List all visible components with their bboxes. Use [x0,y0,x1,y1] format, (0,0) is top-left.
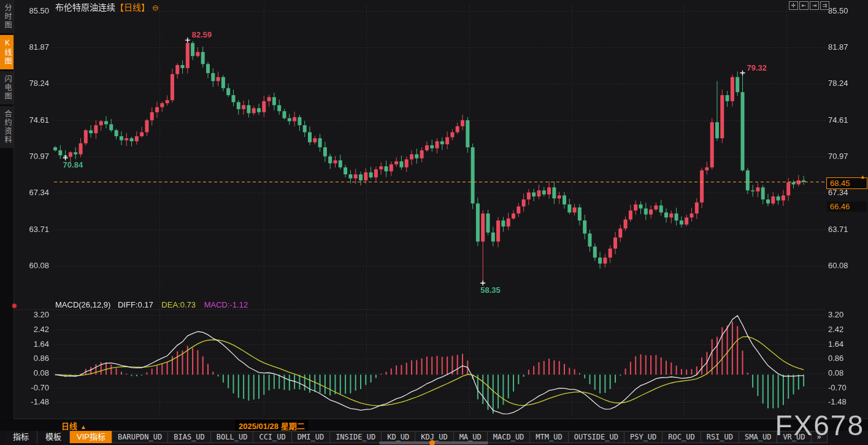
price-arrow-icon: ▲ [860,174,866,180]
chart-canvas[interactable] [0,0,868,445]
price-axis-label: 74.61 [828,115,848,125]
toolbar-tab-模板[interactable]: 模板 [37,431,70,443]
indicator-button-sma_ud[interactable]: SMA_UD [739,431,777,443]
price-axis-label: 67.34 [828,188,848,197]
trading-app: 分时图K线图闪电图合约资料 布伦特原油连续【日线】⊖ ✛⇤⇥⇉ 85.5081.… [0,0,868,445]
indicator-button-cci_ud[interactable]: CCI_UD [253,431,291,443]
macd-axis-label: 0.08 [828,368,843,377]
selected-date-readout: 2025/01/28 星期二 [235,420,309,431]
chart-title: 布伦特原油连续【日线】⊖ [55,1,159,13]
macd-axis-label: 1.64 [828,339,843,349]
price-axis-label: 60.08 [828,261,848,270]
toolbar-tab-指标[interactable]: 指标 [5,431,37,443]
period-tag: 【日线】 [115,2,150,12]
period-selector-label: 日线 [61,422,77,431]
price-axis-label: 85.50 [828,6,848,15]
price-axis-label: 81.87 [828,42,848,52]
macd-axis-label: 0.86 [828,354,843,363]
sidebar-item-tab[interactable]: 分时图 [0,0,13,33]
pane-collapse-icon[interactable]: ⇉ [820,1,829,10]
price-axis-label: 63.71 [828,225,848,234]
y-axis-scale-icon[interactable]: ⇥ [810,1,819,10]
vip-indicator-tab[interactable]: VIP指标 [70,431,112,443]
indicator-button-bias_ud[interactable]: BIAS_UD [167,431,211,443]
indicator-button-barupdn_ud[interactable]: BARUPDN_UD [112,431,168,443]
macd-title: MACD(26,12,9) [55,300,110,309]
indicator-button-rsi_ud[interactable]: RSI_UD [701,431,739,443]
crosshair-pan-icon[interactable]: ✛ [789,1,798,10]
sidebar: 分时图K线图闪电图合约资料 [0,0,14,419]
indicator-button-vr_ud[interactable]: VR_UD [777,431,811,443]
chart-toolbar-icons: ✛⇤⇥⇉ [789,1,829,10]
macd-axis-label: 3.20 [828,310,843,319]
sidebar-item-tab[interactable]: 闪电图 [0,71,13,104]
macd-diff-value: DIFF:0.17 [118,300,153,309]
time-axis-row [0,419,868,431]
symbol-name: 布伦特原油连续 [55,2,115,12]
period-arrow-icon: ▲ [80,424,86,430]
macd-macd-value: MACD:-1.12 [204,300,248,309]
period-selector[interactable]: 日线▲ [61,420,86,431]
macd-axis-label: -1.48 [828,397,847,406]
price-axis-label: 78.24 [828,79,848,88]
indicator-button-boll_ud[interactable]: BOLL_UD [210,431,254,443]
sidebar-item-active[interactable]: K线图 [0,35,13,69]
indicator-button-dmi_ud[interactable]: DMI_UD [291,431,330,443]
more-indicators-button[interactable]: » [811,431,828,443]
y-axis-fit-icon[interactable]: ⇤ [799,1,808,10]
indicator-button-roc_ud[interactable]: ROC_UD [662,431,701,443]
chart-settings-icon[interactable]: ⊖ [152,3,159,12]
macd-axis-label: -0.70 [828,383,847,392]
indicator-button-mtm_ud[interactable]: MTM_UD [529,431,568,443]
scrollbar-thumb[interactable] [429,440,435,445]
macd-axis-label: 2.42 [828,325,843,334]
toolbar-scrollbar[interactable] [379,441,488,444]
indicator-button-psy_ud[interactable]: PSY_UD [624,431,663,443]
sidebar-item-tab[interactable]: 合约资料 [0,106,13,148]
indicator-button-inside_ud[interactable]: INSIDE_UD [329,431,382,443]
price-axis-label: 70.97 [828,152,848,161]
indicator-button-outside_ud[interactable]: OUTSIDE_UD [568,431,624,443]
secondary-price-tag: 66.46 [827,201,867,212]
indicator-button-macd_ud[interactable]: MACD_UD [487,431,531,443]
alert-flash-icon[interactable]: ✸ [11,301,18,311]
macd-header: MACD(26,12,9) DIFF:0.17 DEA:0.73 MACD:-1… [55,300,248,309]
macd-dea-value: DEA:0.73 [161,300,196,309]
